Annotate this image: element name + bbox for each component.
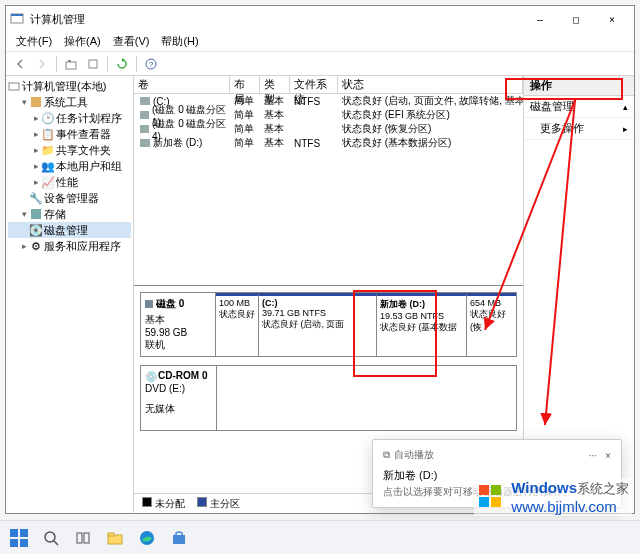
svg-text:?: ? — [149, 60, 154, 69]
taskview-button[interactable] — [70, 525, 96, 551]
actions-header: 操作 — [524, 76, 634, 96]
actions-more[interactable]: 更多操作▸ — [524, 118, 634, 140]
svg-rect-4 — [89, 60, 97, 68]
cdrom-row[interactable]: 💿CD-ROM 0 DVD (E:) 无媒体 — [140, 365, 517, 431]
explorer-button[interactable] — [102, 525, 128, 551]
search-button[interactable] — [38, 525, 64, 551]
watermark: Windows系统之家 www.bjjmlv.com — [474, 478, 632, 516]
svg-rect-18 — [77, 533, 82, 543]
help-button[interactable]: ? — [141, 54, 161, 74]
tree-event-viewer[interactable]: ▸📋事件查看器 — [8, 126, 131, 142]
maximize-button[interactable]: □ — [558, 6, 594, 32]
svg-rect-8 — [31, 97, 41, 107]
volume-list[interactable]: 卷 布局 类型 文件系统 状态 (C:)简单基本NTFS状态良好 (启动, 页面… — [134, 76, 523, 286]
properties-button[interactable] — [83, 54, 103, 74]
disk-partition[interactable]: 654 MB状态良好 (恢 — [466, 293, 516, 356]
svg-rect-14 — [10, 539, 18, 547]
svg-rect-9 — [31, 209, 41, 219]
chevron-up-icon: ▴ — [623, 102, 628, 112]
tree-disk-management[interactable]: 💽磁盘管理 — [8, 222, 131, 238]
up-button[interactable] — [61, 54, 81, 74]
svg-rect-1 — [11, 14, 23, 16]
toast-close-button[interactable]: × — [605, 450, 611, 461]
disk-0-info: 磁盘 0 基本 59.98 GB 联机 — [141, 293, 216, 356]
app-icon — [10, 12, 24, 26]
back-button[interactable] — [10, 54, 30, 74]
minimize-button[interactable]: — — [522, 6, 558, 32]
svg-rect-27 — [491, 497, 501, 507]
tree-root[interactable]: 计算机管理(本地) — [8, 78, 131, 94]
svg-rect-19 — [84, 533, 89, 543]
autoplay-icon: ⧉ — [383, 449, 390, 461]
volume-header: 卷 布局 类型 文件系统 状态 — [134, 76, 523, 94]
close-button[interactable]: × — [594, 6, 630, 32]
cdrom-info: 💿CD-ROM 0 DVD (E:) 无媒体 — [141, 366, 217, 430]
taskbar[interactable] — [0, 520, 640, 554]
tree-shared-folders[interactable]: ▸📁共享文件夹 — [8, 142, 131, 158]
nav-tree[interactable]: 计算机管理(本地) ▾系统工具 ▸🕑任务计划程序 ▸📋事件查看器 ▸📁共享文件夹… — [6, 76, 134, 513]
svg-rect-26 — [479, 497, 489, 507]
tree-services-apps[interactable]: ▸⚙服务和应用程序 — [8, 238, 131, 254]
windows-logo-icon — [477, 483, 505, 511]
svg-rect-7 — [9, 83, 19, 90]
volume-row[interactable]: (磁盘 0 磁盘分区 4)简单基本状态良好 (恢复分区) — [134, 122, 523, 136]
svg-rect-13 — [20, 529, 28, 537]
forward-button[interactable] — [32, 54, 52, 74]
mmc-window: 计算机管理 — □ × 文件(F) 操作(A) 查看(V) 帮助(H) ? 计算… — [5, 5, 635, 514]
tree-system-tools[interactable]: ▾系统工具 — [8, 94, 131, 110]
svg-rect-15 — [20, 539, 28, 547]
svg-rect-12 — [10, 529, 18, 537]
menu-action[interactable]: 操作(A) — [58, 34, 107, 49]
menubar: 文件(F) 操作(A) 查看(V) 帮助(H) — [6, 32, 634, 52]
svg-rect-25 — [491, 485, 501, 495]
svg-rect-2 — [66, 62, 76, 69]
refresh-button[interactable] — [112, 54, 132, 74]
disk-partition[interactable]: 新加卷 (D:)19.53 GB NTFS状态良好 (基本数据 — [376, 293, 466, 356]
window-title: 计算机管理 — [30, 12, 522, 27]
disk-partition[interactable]: 100 MB状态良好 — [216, 293, 258, 356]
tree-local-users[interactable]: ▸👥本地用户和组 — [8, 158, 131, 174]
volume-row[interactable]: 新加卷 (D:)简单基本NTFS状态良好 (基本数据分区) — [134, 136, 523, 150]
chevron-right-icon: ▸ — [623, 124, 628, 134]
svg-rect-24 — [479, 485, 489, 495]
svg-rect-3 — [68, 60, 71, 62]
toast-menu[interactable]: ··· — [589, 450, 597, 461]
start-button[interactable] — [6, 525, 32, 551]
tree-device-manager[interactable]: 🔧设备管理器 — [8, 190, 131, 206]
disk-partition[interactable]: (C:)39.71 GB NTFS状态良好 (启动, 页面 — [258, 293, 376, 356]
svg-rect-23 — [173, 535, 185, 544]
svg-rect-21 — [108, 533, 114, 536]
tree-storage[interactable]: ▾存储 — [8, 206, 131, 222]
svg-line-17 — [54, 541, 58, 545]
tree-task-scheduler[interactable]: ▸🕑任务计划程序 — [8, 110, 131, 126]
tree-performance[interactable]: ▸📈性能 — [8, 174, 131, 190]
disk-0-row[interactable]: 磁盘 0 基本 59.98 GB 联机 100 MB状态良好(C:)39.71 … — [140, 292, 517, 357]
edge-button[interactable] — [134, 525, 160, 551]
menu-file[interactable]: 文件(F) — [10, 34, 58, 49]
toast-app: 自动播放 — [394, 448, 434, 462]
menu-help[interactable]: 帮助(H) — [155, 34, 204, 49]
titlebar: 计算机管理 — □ × — [6, 6, 634, 32]
svg-point-16 — [45, 532, 55, 542]
toolbar: ? — [6, 52, 634, 76]
menu-view[interactable]: 查看(V) — [107, 34, 156, 49]
store-button[interactable] — [166, 525, 192, 551]
actions-section-diskmgmt[interactable]: 磁盘管理▴ — [524, 96, 634, 118]
